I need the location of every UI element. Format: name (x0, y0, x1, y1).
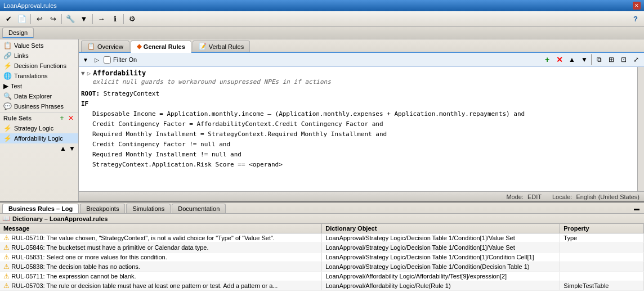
rule-line-2: Credit Contingency Factor = Affordabilit… (81, 119, 635, 129)
toolbar-gear-btn[interactable]: ⚙ (126, 13, 138, 25)
affordability-logic-icon: ⚡ (3, 134, 12, 142)
log-message-cell: ⚠ RUL-05846: The bucketset must have a p… (0, 243, 322, 253)
content-area: 📋 Overview ◆ General Rules 📝 Verbal Rule… (79, 39, 644, 201)
warn-icon: ⚠ (3, 272, 11, 280)
root-keyword: ROOT: (81, 90, 100, 97)
root-value: StrategyContext (104, 90, 159, 97)
rule-comment: exlicit null guards to workaround unsupr… (92, 78, 635, 86)
overview-tab-label: Overview (97, 43, 123, 50)
sidebar-item-affordability-logic[interactable]: ⚡ Affordability Logic (0, 133, 78, 143)
toolbar-info-btn[interactable]: ℹ (109, 13, 121, 25)
main-layout: 📋 Value Sets 🔗 Links ⚡ Decision Function… (0, 39, 644, 201)
log-message-cell: ⚠ RUL-05710: The value chosen, "Strategy… (0, 233, 322, 243)
log-message-cell: ⚠ RUL-05711: The expression cannot be bl… (0, 272, 322, 281)
general-rules-tab-icon: ◆ (137, 43, 141, 50)
general-rules-tab-label: General Rules (144, 43, 185, 50)
filter-collapse-btn[interactable]: ▼ (81, 55, 90, 64)
log-dict-icon: 📖 (2, 215, 10, 222)
tab-verbal-rules[interactable]: 📝 Verbal Rules (193, 40, 250, 52)
design-tab[interactable]: Design (2, 28, 34, 38)
tab-overview[interactable]: 📋 Overview (81, 40, 129, 52)
bottom-minimize-btn[interactable]: ▬ (632, 205, 642, 212)
sidebar-item-translations[interactable]: 🌐 Translations (0, 71, 78, 81)
bottom-tab-documentation[interactable]: Documentation (172, 204, 226, 213)
sidebar-item-business-phrases[interactable]: 💬 Business Phrases (0, 101, 78, 111)
filter-up-btn[interactable]: ▲ (566, 54, 578, 65)
rule-sets-actions: + ✕ (58, 114, 75, 122)
sidebar-nav-bottom: ▲ ▼ (0, 143, 78, 154)
filter-add-btn[interactable]: + (542, 54, 553, 65)
overview-tab-icon: 📋 (87, 43, 95, 50)
filter-checkbox[interactable] (104, 56, 111, 64)
log-property-cell: Type (560, 233, 644, 243)
rule-root-line: ROOT: StrategyContext (81, 89, 635, 99)
log-property-cell: SimpleTestTable (560, 281, 644, 291)
warn-icon: ⚠ (3, 253, 11, 261)
rule-content-wrapper: ▼ ▷ Affordability exlicit null guards to… (79, 67, 644, 191)
bottom-tab-breakpoints[interactable]: Breakpoints (80, 204, 125, 213)
sidebar-item-strategy-logic[interactable]: ⚡ Strategy Logic (0, 123, 78, 133)
rule-expand-icon[interactable]: ▷ (87, 70, 91, 77)
collapse-icon[interactable]: ▼ (81, 70, 85, 77)
log-table: Message Dictionary Object Property ⚠ RUL… (0, 224, 644, 297)
sidebar-nav-down-btn[interactable]: ▼ (68, 145, 76, 152)
rule-line-1: Disposable Income = Application.monthly.… (81, 109, 635, 119)
sidebar-item-decision-functions[interactable]: ⚡ Decision Functions (0, 61, 78, 71)
log-table-row[interactable]: ⚠ RUL-05711: The expression cannot be bl… (0, 272, 644, 281)
toolbar-undo-btn[interactable]: ↩ (33, 13, 46, 25)
toolbar-dropdown-btn[interactable]: ▼ (78, 13, 90, 25)
log-table-row[interactable]: ⚠ RUL-05831: Select one or more values f… (0, 253, 644, 262)
close-button[interactable]: ✕ (633, 2, 641, 10)
filter-copy-btn[interactable]: ⧉ (593, 54, 605, 65)
toolbar-redo-btn[interactable]: ↪ (47, 13, 59, 25)
tab-general-rules[interactable]: ◆ General Rules (131, 40, 191, 53)
rule-sets-label: Rule Sets (3, 115, 32, 122)
filter-arrow-btn[interactable]: ▷ (92, 55, 101, 64)
filter-expand-btn[interactable]: ⤢ (630, 54, 642, 65)
translations-icon: 🌐 (3, 72, 12, 80)
filter-remove-btn[interactable]: ✕ (554, 54, 565, 65)
verbal-rules-tab-icon: 📝 (199, 43, 207, 50)
bottom-tab-simulations[interactable]: Simulations (126, 204, 171, 213)
sidebar-nav-up-btn[interactable]: ▲ (59, 145, 67, 152)
strategy-logic-icon: ⚡ (3, 124, 12, 132)
log-dict-object-cell: LoanApproval/Affordability Logic/Rule(Ru… (322, 281, 560, 291)
sidebar-item-test[interactable]: ▶ Test (0, 81, 78, 91)
log-table-row[interactable]: ⚠ RUL-05838: The decision table has no a… (0, 262, 644, 272)
content-scrollbar[interactable] (637, 67, 644, 191)
rule-header: ▼ ▷ Affordability (81, 69, 635, 77)
warn-icon: ⚠ (3, 234, 11, 242)
warn-icon: ⚠ (3, 244, 11, 251)
col-dict-object: Dictionary Object (322, 224, 560, 233)
decision-functions-icon: ⚡ (3, 62, 12, 70)
log-table-row[interactable]: ⚠ RUL-05846: The bucketset must have a p… (0, 243, 644, 253)
log-property-cell (560, 253, 644, 262)
data-explorer-icon: 🔍 (3, 92, 12, 100)
toolbar-arrow-btn[interactable]: → (95, 13, 108, 25)
warn-icon: ⚠ (3, 263, 11, 271)
toolbar-doc-btn[interactable]: 📄 (16, 13, 28, 25)
rule-sets-remove-btn[interactable]: ✕ (67, 114, 75, 122)
toolbar-check-btn[interactable]: ✔ (2, 13, 15, 25)
toolbar-settings-btn[interactable]: 🔧 (64, 13, 77, 25)
sidebar-item-links[interactable]: 🔗 Links (0, 51, 78, 61)
sidebar-item-data-explorer[interactable]: 🔍 Data Explorer (0, 91, 78, 101)
toolbar-help-btn[interactable]: ? (629, 13, 642, 25)
filter-paste-btn[interactable]: ⊞ (606, 54, 617, 65)
sidebar: 📋 Value Sets 🔗 Links ⚡ Decision Function… (0, 39, 79, 201)
sidebar-item-value-sets[interactable]: 📋 Value Sets (0, 40, 78, 51)
rule-sets-add-btn[interactable]: + (58, 114, 66, 122)
toolbar-sep-2 (61, 14, 62, 24)
rule-if-line: IF (81, 99, 635, 109)
sidebar-nav-section: 📋 Value Sets 🔗 Links ⚡ Decision Function… (0, 39, 78, 112)
sidebar-item-label-translations: Translations (14, 73, 48, 79)
if-keyword: IF (81, 100, 88, 107)
filter-down-btn[interactable]: ▼ (579, 54, 590, 65)
filter-view-btn[interactable]: ⊡ (618, 54, 629, 65)
log-table-row[interactable]: ⚠ RUL-05710: The value chosen, "Strategy… (0, 233, 644, 243)
log-table-row[interactable]: ⚠ RUL-05703: The rule or decision table … (0, 281, 644, 291)
rule-content: ▼ ▷ Affordability exlicit null guards to… (79, 67, 637, 191)
value-sets-icon: 📋 (3, 42, 12, 50)
bottom-tab-business-rules-log[interactable]: Business Rules – Log (2, 204, 79, 213)
sidebar-item-label-affordability-logic: Affordability Logic (14, 135, 63, 142)
